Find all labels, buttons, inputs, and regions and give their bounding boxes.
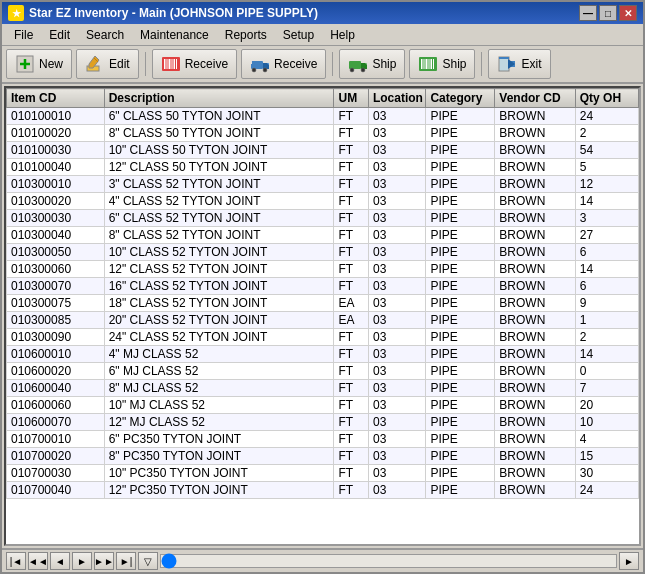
table-row[interactable]: 010100030 10" CLASS 50 TYTON JOINT FT 03… (7, 142, 639, 159)
cell-um: FT (334, 448, 368, 465)
scroll-right-button[interactable]: ► (619, 552, 639, 570)
cell-category: PIPE (426, 414, 495, 431)
menu-search[interactable]: Search (78, 26, 132, 44)
table-row[interactable]: 010700040 12" PC350 TYTON JOINT FT 03 PI… (7, 482, 639, 499)
cell-location: 03 (368, 125, 425, 142)
menu-help[interactable]: Help (322, 26, 363, 44)
receive-barcode-button[interactable]: Receive (152, 49, 237, 79)
nav-prev-prev-button[interactable]: ◄◄ (28, 552, 48, 570)
table-row[interactable]: 010300050 10" CLASS 52 TYTON JOINT FT 03… (7, 244, 639, 261)
table-row[interactable]: 010700020 8" PC350 TYTON JOINT FT 03 PIP… (7, 448, 639, 465)
cell-itemcd: 010300020 (7, 193, 105, 210)
table-row[interactable]: 010600060 10" MJ CLASS 52 FT 03 PIPE BRO… (7, 397, 639, 414)
col-header-location[interactable]: Location (368, 89, 425, 108)
cell-um: FT (334, 159, 368, 176)
table-row[interactable]: 010300010 3" CLASS 52 TYTON JOINT FT 03 … (7, 176, 639, 193)
cell-desc: 3" CLASS 52 TYTON JOINT (104, 176, 334, 193)
table-row[interactable]: 010100040 12" CLASS 50 TYTON JOINT FT 03… (7, 159, 639, 176)
col-header-qtyoh[interactable]: Qty OH (575, 89, 638, 108)
close-button[interactable]: ✕ (619, 5, 637, 21)
cell-vendorcd: BROWN (495, 176, 575, 193)
cell-qtyoh: 15 (575, 448, 638, 465)
cell-um: FT (334, 482, 368, 499)
cell-category: PIPE (426, 312, 495, 329)
cell-category: PIPE (426, 482, 495, 499)
new-icon (15, 54, 35, 74)
menu-edit[interactable]: Edit (41, 26, 78, 44)
cell-location: 03 (368, 108, 425, 125)
receive-truck-button[interactable]: Receive (241, 49, 326, 79)
cell-um: FT (334, 414, 368, 431)
menu-setup[interactable]: Setup (275, 26, 322, 44)
table-row[interactable]: 010300040 8" CLASS 52 TYTON JOINT FT 03 … (7, 227, 639, 244)
table-row[interactable]: 010300060 12" CLASS 52 TYTON JOINT FT 03… (7, 261, 639, 278)
nav-last-button[interactable]: ►| (116, 552, 136, 570)
table-row[interactable]: 010300075 18" CLASS 52 TYTON JOINT EA 03… (7, 295, 639, 312)
cell-category: PIPE (426, 380, 495, 397)
table-row[interactable]: 010600070 12" MJ CLASS 52 FT 03 PIPE BRO… (7, 414, 639, 431)
table-row[interactable]: 010300070 16" CLASS 52 TYTON JOINT FT 03… (7, 278, 639, 295)
menu-reports[interactable]: Reports (217, 26, 275, 44)
ship-barcode-button[interactable]: Ship (409, 49, 475, 79)
svg-point-16 (252, 68, 256, 72)
new-button[interactable]: New (6, 49, 72, 79)
table-row[interactable]: 010600040 8" MJ CLASS 52 FT 03 PIPE BROW… (7, 380, 639, 397)
cell-qtyoh: 9 (575, 295, 638, 312)
col-header-desc[interactable]: Description (104, 89, 334, 108)
cell-itemcd: 010100030 (7, 142, 105, 159)
table-row[interactable]: 010700010 6" PC350 TYTON JOINT FT 03 PIP… (7, 431, 639, 448)
table-row[interactable]: 010600010 4" MJ CLASS 52 FT 03 PIPE BROW… (7, 346, 639, 363)
svg-rect-19 (349, 61, 361, 69)
horizontal-scrollbar[interactable] (160, 554, 617, 568)
receive-truck-label: Receive (274, 57, 317, 71)
menu-bar: File Edit Search Maintenance Reports Set… (2, 24, 643, 46)
table-row[interactable]: 010100010 6" CLASS 50 TYTON JOINT FT 03 … (7, 108, 639, 125)
edit-button[interactable]: Edit (76, 49, 139, 79)
cell-qtyoh: 30 (575, 465, 638, 482)
nav-filter-button[interactable]: ▽ (138, 552, 158, 570)
col-header-vendorcd[interactable]: Vendor CD (495, 89, 575, 108)
table-row[interactable]: 010300085 20" CLASS 52 TYTON JOINT EA 03… (7, 312, 639, 329)
cell-vendorcd: BROWN (495, 142, 575, 159)
cell-um: FT (334, 108, 368, 125)
cell-desc: 8" CLASS 50 TYTON JOINT (104, 125, 334, 142)
nav-next-next-button[interactable]: ►► (94, 552, 114, 570)
table-row[interactable]: 010100020 8" CLASS 50 TYTON JOINT FT 03 … (7, 125, 639, 142)
table-scroll-area[interactable]: Item CD Description UM Location Category… (6, 88, 639, 544)
menu-file[interactable]: File (6, 26, 41, 44)
cell-vendorcd: BROWN (495, 482, 575, 499)
cell-location: 03 (368, 210, 425, 227)
nav-prev-button[interactable]: ◄ (50, 552, 70, 570)
cell-location: 03 (368, 142, 425, 159)
title-bar-buttons: — □ ✕ (579, 5, 637, 21)
table-row[interactable]: 010600020 6" MJ CLASS 52 FT 03 PIPE BROW… (7, 363, 639, 380)
cell-itemcd: 010100040 (7, 159, 105, 176)
minimize-button[interactable]: — (579, 5, 597, 21)
cell-location: 03 (368, 227, 425, 244)
col-header-um[interactable]: UM (334, 89, 368, 108)
col-header-category[interactable]: Category (426, 89, 495, 108)
horizontal-scrollbar-area (160, 554, 617, 568)
nav-first-button[interactable]: |◄ (6, 552, 26, 570)
cell-desc: 6" CLASS 52 TYTON JOINT (104, 210, 334, 227)
cell-location: 03 (368, 278, 425, 295)
maximize-button[interactable]: □ (599, 5, 617, 21)
cell-qtyoh: 54 (575, 142, 638, 159)
cell-qtyoh: 27 (575, 227, 638, 244)
cell-category: PIPE (426, 125, 495, 142)
cell-itemcd: 010300050 (7, 244, 105, 261)
col-header-itemcd[interactable]: Item CD (7, 89, 105, 108)
table-row[interactable]: 010300030 6" CLASS 52 TYTON JOINT FT 03 … (7, 210, 639, 227)
ship-truck-button[interactable]: Ship (339, 49, 405, 79)
cell-location: 03 (368, 329, 425, 346)
cell-itemcd: 010300040 (7, 227, 105, 244)
table-row[interactable]: 010300090 24" CLASS 52 TYTON JOINT FT 03… (7, 329, 639, 346)
table-row[interactable]: 010300020 4" CLASS 52 TYTON JOINT FT 03 … (7, 193, 639, 210)
exit-button[interactable]: Exit (488, 49, 550, 79)
svg-rect-26 (424, 59, 425, 69)
nav-next-button[interactable]: ► (72, 552, 92, 570)
table-row[interactable]: 010700030 10" PC350 TYTON JOINT FT 03 PI… (7, 465, 639, 482)
cell-itemcd: 010700010 (7, 431, 105, 448)
cell-category: PIPE (426, 244, 495, 261)
menu-maintenance[interactable]: Maintenance (132, 26, 217, 44)
